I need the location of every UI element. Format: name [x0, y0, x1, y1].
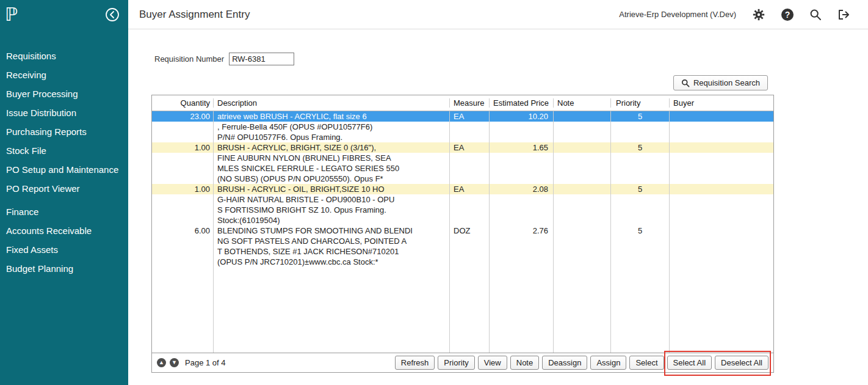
table-row-continuation[interactable]: MLES SNICKEL FERRULE - LEGATO SERIES 550: [152, 163, 773, 174]
cell-quantity: [152, 246, 213, 257]
cell-estimated-price: [489, 174, 553, 184]
table-row-continuation[interactable]: Stock:(61019504): [152, 215, 773, 226]
sidebar-item-accounts-receivable[interactable]: Accounts Receivable: [0, 221, 128, 240]
nav-group: FinanceAccounts ReceivableFixed AssetsBu…: [0, 202, 128, 278]
cell-description: S FORTISSIMO BRIGHT SZ 10. Opus Framing.: [213, 205, 449, 215]
sidebar-item-budget-planning[interactable]: Budget Planning: [0, 259, 128, 278]
cell-buyer: [669, 215, 773, 226]
cell-buyer: [669, 205, 773, 215]
table-row[interactable]: 1.00BRUSH - ACRYLIC, BRIGHT, SIZE 0 (3/1…: [152, 142, 773, 153]
requisition-number-row: Requisition Number: [154, 53, 294, 65]
cell-priority: [610, 132, 669, 142]
cell-note: [553, 257, 610, 267]
table-row[interactable]: 23.00atrieve web BRUSH - ACRYLIC, flat s…: [152, 111, 773, 122]
sidebar-item-requisitions[interactable]: Requisitions: [0, 46, 128, 65]
cell-priority: [610, 205, 669, 215]
cell-buyer: [669, 257, 773, 267]
sidebar-collapse-icon[interactable]: [105, 7, 120, 22]
table-row-continuation[interactable]: (NO SUBS) (OPUS P/N OPU205550). Opus F*: [152, 174, 773, 184]
help-icon[interactable]: ?: [781, 9, 794, 21]
cell-description: Stock:(61019504): [213, 215, 449, 226]
cell-note: [553, 111, 610, 122]
table-row-continuation[interactable]: S FORTISSIMO BRIGHT SZ 10. Opus Framing.: [152, 205, 773, 215]
sidebar-header: ℙ: [0, 0, 128, 29]
requisition-items-grid: QuantityDescriptionMeasureEstimated Pric…: [151, 95, 774, 373]
cell-quantity: 23.00: [152, 111, 213, 122]
cell-note: [553, 153, 610, 163]
sidebar-item-stock-file[interactable]: Stock File: [0, 141, 128, 160]
view-button[interactable]: View: [478, 356, 507, 370]
cell-quantity: [152, 194, 213, 205]
table-row-continuation[interactable]: FINE AUBURN NYLON (BRUNEL) FIBRES, SEA: [152, 153, 773, 163]
sidebar-item-po-setup-and-maintenance[interactable]: PO Setup and Maintenance: [0, 160, 128, 179]
cell-measure: DOZ: [449, 226, 489, 236]
cell-buyer: [669, 153, 773, 163]
cell-note: [553, 142, 610, 153]
refresh-button[interactable]: Refresh: [395, 356, 435, 370]
search-icon[interactable]: [809, 9, 822, 21]
table-row-continuation[interactable]: G-HAIR NATURAL BRISTLE - OPU900B10 - OPU: [152, 194, 773, 205]
cell-estimated-price: [489, 194, 553, 205]
nav-group: RequisitionsReceivingBuyer ProcessingIss…: [0, 46, 128, 198]
page-down-icon[interactable]: ▼: [170, 358, 179, 367]
table-row[interactable]: 6.00BLENDING STUMPS FOR SMOOTHING AND BL…: [152, 226, 773, 236]
requisition-search-button[interactable]: Requisition Search: [673, 75, 768, 90]
cell-estimated-price: [489, 153, 553, 163]
assign-button[interactable]: Assign: [590, 356, 626, 370]
sidebar-item-buyer-processing[interactable]: Buyer Processing: [0, 84, 128, 103]
sidebar-item-purchasing-reports[interactable]: Purchasing Reports: [0, 122, 128, 141]
sidebar-item-fixed-assets[interactable]: Fixed Assets: [0, 240, 128, 259]
table-row-continuation[interactable]: , Ferrule-Bella 450F (OPUS #OPU10577F6): [152, 122, 773, 132]
cell-note: [553, 163, 610, 174]
select-all-button[interactable]: Select All: [667, 356, 712, 370]
sidebar-nav: RequisitionsReceivingBuyer ProcessingIss…: [0, 46, 128, 278]
table-row-continuation[interactable]: T BOTHENDS, SIZE #1 JACK RICHESON#710201: [152, 246, 773, 257]
grid-footer: ▲ ▼ Page 1 of 4 RefreshPriorityViewNoteD…: [152, 353, 773, 372]
cell-measure: [449, 236, 489, 246]
sidebar-item-receiving[interactable]: Receiving: [0, 65, 128, 84]
cell-buyer: [669, 132, 773, 142]
footer-buttons: RefreshPriorityViewNoteDeassignAssignSel…: [392, 356, 769, 370]
requisition-search-label: Requisition Search: [693, 78, 760, 87]
page-up-icon[interactable]: ▲: [157, 358, 166, 367]
sidebar-item-issue-distribution[interactable]: Issue Distribution: [0, 103, 128, 122]
cell-note: [553, 215, 610, 226]
settings-gear-icon[interactable]: [752, 8, 765, 21]
cell-quantity: [152, 174, 213, 184]
sidebar-item-po-report-viewer[interactable]: PO Report Viewer: [0, 179, 128, 198]
cell-quantity: 1.00: [152, 142, 213, 153]
table-row[interactable]: 1.00BRUSH - ACRYLIC - OIL, BRIGHT,SIZE 1…: [152, 184, 773, 194]
table-row-continuation[interactable]: (OPUS P/N JRC710201)±www.cbc.ca Stock:*: [152, 257, 773, 267]
cell-quantity: [152, 205, 213, 215]
note-button[interactable]: Note: [510, 356, 539, 370]
table-row-continuation[interactable]: P/N# OPU10577F6. Opus Framing.: [152, 132, 773, 142]
cell-measure: EA: [449, 142, 489, 153]
cell-priority: [610, 215, 669, 226]
cell-buyer: [669, 174, 773, 184]
cell-quantity: [152, 163, 213, 174]
sidebar-item-finance[interactable]: Finance: [0, 202, 128, 221]
cell-buyer: [669, 267, 773, 353]
cell-note: [553, 194, 610, 205]
table-header-row: QuantityDescriptionMeasureEstimated Pric…: [152, 95, 773, 111]
select-button[interactable]: Select: [629, 356, 664, 370]
cell-description: [213, 267, 449, 353]
cell-estimated-price: 2.76: [489, 226, 553, 236]
cell-quantity: [152, 132, 213, 142]
cell-priority: 5: [610, 184, 669, 194]
requisition-number-input[interactable]: [229, 53, 294, 65]
requisition-number-label: Requisition Number: [154, 54, 224, 64]
cell-description: BRUSH - ACRYLIC - OIL, BRIGHT,SIZE 10 HO: [213, 184, 449, 194]
cell-estimated-price: [489, 122, 553, 132]
table-row-continuation[interactable]: NG SOFT PASTELS AND CHARCOALS, POINTED A: [152, 236, 773, 246]
priority-button[interactable]: Priority: [438, 356, 474, 370]
cell-estimated-price: [489, 205, 553, 215]
deassign-button[interactable]: Deassign: [542, 356, 587, 370]
logout-icon[interactable]: [837, 9, 851, 21]
cell-measure: EA: [449, 111, 489, 122]
cell-buyer: [669, 142, 773, 153]
deselect-all-button[interactable]: Deselect All: [715, 356, 769, 370]
cell-measure: [449, 215, 489, 226]
cell-priority: 5: [610, 142, 669, 153]
cell-priority: [610, 163, 669, 174]
